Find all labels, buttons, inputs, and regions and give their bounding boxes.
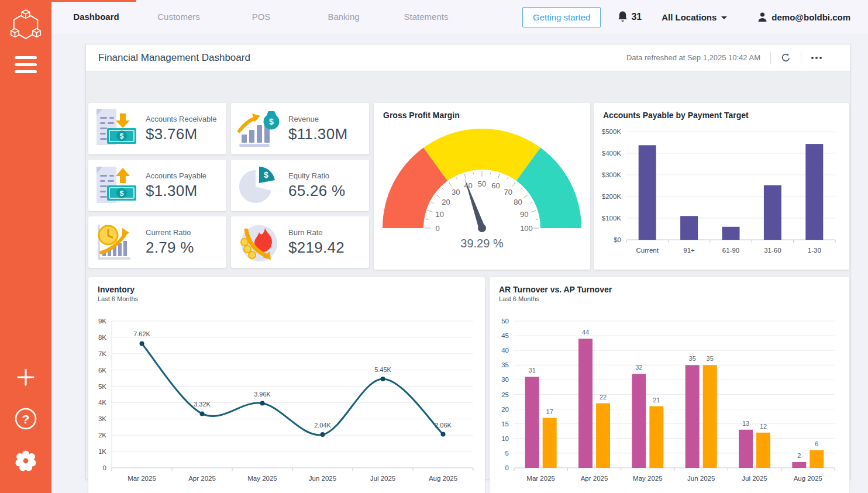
svg-text:$100K: $100K xyxy=(602,215,622,222)
svg-text:45: 45 xyxy=(501,332,509,339)
svg-text:$300K: $300K xyxy=(602,171,622,178)
dashboard-container: Financial Management Dashboard Data refr… xyxy=(85,44,850,480)
more-options-button[interactable] xyxy=(811,57,822,59)
refresh-button[interactable] xyxy=(781,53,791,63)
panel-gross-profit-margin: Gross Profit Margin 01020304050607080901… xyxy=(374,103,590,270)
account-email: demo@boldbi.com xyxy=(771,12,850,22)
top-navigation: Dashboard Customers POS Banking Statemen… xyxy=(51,0,868,34)
svg-text:?: ? xyxy=(22,412,30,426)
svg-text:Jul 2025: Jul 2025 xyxy=(742,475,767,482)
svg-text:1-30: 1-30 xyxy=(808,247,821,254)
svg-text:$: $ xyxy=(120,189,124,198)
svg-text:39.29 %: 39.29 % xyxy=(460,237,504,250)
more-options-icon xyxy=(811,57,822,59)
svg-text:Mar 2025: Mar 2025 xyxy=(526,475,555,482)
tab-banking[interactable]: Banking xyxy=(302,0,385,34)
svg-text:5K: 5K xyxy=(98,383,106,390)
kpi-value: $3.76M xyxy=(146,125,216,143)
svg-text:1K: 1K xyxy=(98,448,106,455)
kpi-value: 2.79 % xyxy=(146,239,194,257)
notifications-button[interactable]: 31 xyxy=(617,11,642,23)
location-label: All Locations xyxy=(662,12,717,22)
svg-text:$200K: $200K xyxy=(602,193,622,200)
tab-customers[interactable]: Customers xyxy=(137,0,220,34)
panel-inventory: Inventory Last 6 Months 01K2K3K4K5K6K7K8… xyxy=(88,277,485,493)
kpi-value: 65.26 % xyxy=(288,182,346,200)
gross-profit-margin-gauge: 010203040506070809010039.29 % xyxy=(374,121,590,263)
burn-rate-icon xyxy=(235,220,284,264)
panel-ap-by-payment-target: Accounts Payable by Payment Target $0$10… xyxy=(594,103,849,270)
tab-pos[interactable]: POS xyxy=(220,0,302,34)
kpi-card-revenue: $ Revenue $11.30M xyxy=(231,103,369,154)
svg-text:$400K: $400K xyxy=(602,150,622,157)
account-menu[interactable]: demo@boldbi.com xyxy=(757,12,850,23)
svg-text:80: 80 xyxy=(514,198,522,206)
svg-text:3.32K: 3.32K xyxy=(194,401,211,408)
svg-text:May 2025: May 2025 xyxy=(633,475,663,482)
svg-text:30: 30 xyxy=(501,376,509,383)
chart-title: Accounts Payable by Payment Target xyxy=(594,103,849,120)
svg-text:Apr 2025: Apr 2025 xyxy=(581,475,608,482)
svg-text:$: $ xyxy=(264,170,268,180)
kpi-card-burn-rate: Burn Rate $219.42 xyxy=(231,216,369,268)
svg-text:4K: 4K xyxy=(98,399,106,406)
kpi-label: Burn Rate xyxy=(288,228,345,237)
svg-text:15: 15 xyxy=(501,420,509,428)
svg-text:$: $ xyxy=(269,117,274,126)
svg-text:$0: $0 xyxy=(614,236,621,243)
svg-text:3.96K: 3.96K xyxy=(254,391,271,398)
svg-text:61-90: 61-90 xyxy=(722,247,739,254)
kpi-label: Current Ratio xyxy=(146,228,194,237)
svg-text:32: 32 xyxy=(635,364,642,371)
svg-text:13: 13 xyxy=(742,420,749,427)
svg-text:8K: 8K xyxy=(98,334,106,341)
svg-text:35: 35 xyxy=(501,361,509,368)
svg-text:35: 35 xyxy=(707,355,714,362)
svg-text:91+: 91+ xyxy=(683,247,695,254)
svg-text:3K: 3K xyxy=(98,415,106,422)
svg-text:12: 12 xyxy=(760,423,767,430)
svg-text:0: 0 xyxy=(505,464,509,471)
kpi-card-current-ratio: Current Ratio 2.79 % xyxy=(88,216,226,268)
svg-text:7.62K: 7.62K xyxy=(133,330,150,337)
svg-text:6K: 6K xyxy=(98,367,106,374)
inventory-line-chart: 01K2K3K4K5K6K7K8K9KMar 2025Apr 2025May 2… xyxy=(88,307,485,488)
page-title: Financial Management Dashboard xyxy=(86,52,250,64)
tab-statements[interactable]: Statements xyxy=(385,0,467,34)
svg-text:Aug 2025: Aug 2025 xyxy=(794,475,822,482)
svg-text:Jul 2025: Jul 2025 xyxy=(370,475,395,482)
svg-text:5: 5 xyxy=(505,450,509,457)
kpi-label: Accounts Payable xyxy=(146,171,206,180)
svg-text:17: 17 xyxy=(546,408,553,415)
kpi-label: Revenue xyxy=(288,115,347,123)
ar-ap-turnover-chart: 05101520253035404550Mar 2025Apr 2025May … xyxy=(490,307,849,488)
svg-text:2K: 2K xyxy=(98,432,106,439)
tab-dashboard[interactable]: Dashboard xyxy=(55,0,137,34)
svg-text:35: 35 xyxy=(689,355,696,362)
kpi-value: $11.30M xyxy=(288,125,347,143)
svg-text:Jun 2025: Jun 2025 xyxy=(309,475,336,482)
location-dropdown[interactable]: All Locations xyxy=(662,12,727,22)
svg-text:0: 0 xyxy=(435,224,439,233)
refresh-icon xyxy=(781,53,791,63)
svg-text:70: 70 xyxy=(504,188,512,196)
help-icon[interactable]: ? xyxy=(13,406,39,432)
svg-text:10: 10 xyxy=(435,210,443,219)
settings-gear-icon[interactable] xyxy=(14,449,37,473)
active-tab-indicator xyxy=(51,0,136,2)
chart-subtitle: Last 6 Months xyxy=(490,294,849,302)
svg-text:21: 21 xyxy=(653,397,660,404)
svg-text:25: 25 xyxy=(501,391,509,398)
svg-text:0: 0 xyxy=(103,464,106,471)
svg-text:31-60: 31-60 xyxy=(764,247,781,254)
kpi-value: $1.30M xyxy=(146,182,206,200)
add-icon[interactable] xyxy=(16,367,36,387)
svg-text:44: 44 xyxy=(582,329,589,336)
svg-text:50: 50 xyxy=(501,318,509,325)
chart-subtitle: Last 6 Months xyxy=(88,294,485,302)
svg-text:90: 90 xyxy=(520,210,528,219)
svg-text:Jun 2025: Jun 2025 xyxy=(687,475,715,482)
menu-hamburger-icon[interactable] xyxy=(15,56,37,76)
getting-started-button[interactable]: Getting started xyxy=(522,7,601,27)
svg-text:20: 20 xyxy=(442,198,450,206)
